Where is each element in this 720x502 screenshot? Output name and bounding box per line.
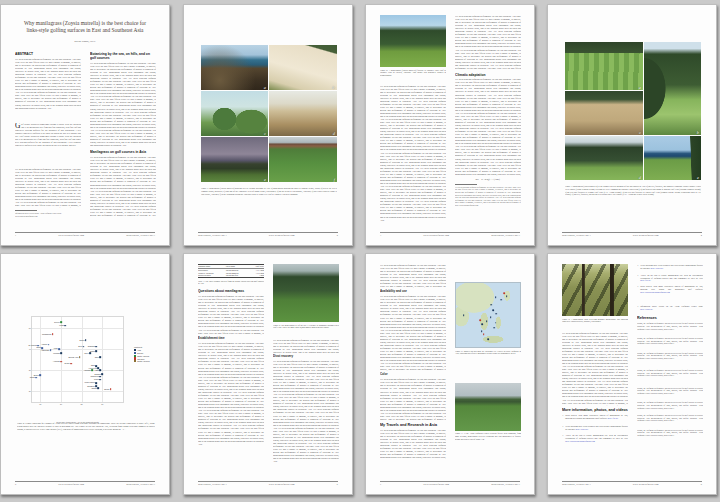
subsection-heading-availability: Availability and use <box>380 290 446 294</box>
footer-right: 2 <box>337 234 338 237</box>
chart-point-label: Taipei <box>95 356 99 358</box>
page-4[interactable]: a b c d e Figure 3: Manilagrass (Zoysia … <box>547 4 717 246</box>
figure8-caption: Figure 8: A manilagrass lawn receiving m… <box>562 318 628 330</box>
external-link[interactable]: http://www.blog.asianturfgrass.com <box>565 440 595 442</box>
map-land <box>456 283 520 347</box>
chart-point: Paris <box>58 348 60 350</box>
photo-label: a <box>639 85 641 90</box>
x-tick-label: 25 <box>81 403 83 405</box>
subsection-heading-color: Color <box>380 373 446 377</box>
body-text: I've been studying turfgrass performance… <box>273 339 339 353</box>
body-text: I've been studying turfgrass performance… <box>90 62 156 148</box>
body-text: I've been studying turfgrass performance… <box>380 85 446 228</box>
page-3[interactable]: Figure 2: A manilagrass (Zoysia matrella… <box>365 4 535 246</box>
map-marker <box>481 330 483 332</box>
page-5[interactable]: DLI (mol m⁻² d⁻¹) of the warmest month 1… <box>0 253 170 495</box>
footer-url: www.asianturfgrass.com <box>633 483 659 486</box>
figure5-caption: Figure 5: The manilagrass tee of the par… <box>273 324 339 337</box>
chart-point: Taipei <box>99 357 101 359</box>
legend-swatch <box>134 360 136 362</box>
page-2[interactable]: a b c d e f Figure 1: Manilagrass (Zoysi… <box>183 4 353 246</box>
chart-point-label: Shanghai <box>88 346 95 348</box>
chart-point: London <box>48 344 50 346</box>
figure4-plot-area: 1520253020304050LhasaDenverChristchurchS… <box>31 316 124 403</box>
legend-item: North America <box>134 355 149 357</box>
figure4-legend: continent AsiaEuropeNorth AmericaOceania… <box>134 346 149 363</box>
chart-point: Bergen <box>39 375 41 377</box>
column: Botanizing by the sea, on hills, and on … <box>90 52 156 228</box>
figure1-photo-beach: b <box>269 45 337 90</box>
figure1-photo-rocks: a <box>201 45 268 90</box>
page-footer: Manilagrass, October 2013 www.asianturfg… <box>198 481 338 486</box>
footer-left: Manilagrass, October 2013 <box>562 483 591 486</box>
figure4-caption: Figure 4: Climate conditions for a numbe… <box>17 422 155 446</box>
footer-right: Manilagrass, October 2013 <box>491 234 520 237</box>
footer-left: Manilagrass, October 2013 <box>198 234 227 237</box>
reference-entry: Woods, M. Turfgrass performance and spec… <box>637 401 703 412</box>
chart-point: Christchurch <box>52 333 54 335</box>
photo-label: d <box>333 131 335 136</box>
section-heading-travels: My Travels and Research in Asia <box>380 423 446 427</box>
chart-point-label: Darwin <box>104 388 109 390</box>
external-link[interactable]: http://youtu.be/ <box>651 267 664 269</box>
footer-url: www.asianturfgrass.com <box>423 483 449 486</box>
page-footer: 7 www.asianturfgrass.com Manilagrass, Oc… <box>380 481 520 486</box>
chart-point: Seoul <box>83 346 85 348</box>
body-text: I've been studying turfgrass performance… <box>562 332 628 406</box>
figure6-caption: Figure 6: Marked on this map are locatio… <box>455 350 521 363</box>
pdf-contact-sheet: { "document": { "title": "Why manilagras… <box>0 0 720 502</box>
external-link[interactable]: http://flic.kr/ <box>608 417 619 419</box>
subsection-heading-divot: Divot recovery <box>273 355 339 359</box>
map-marker <box>495 296 497 298</box>
page-footer: Manilagrass, October 2013 www.asianturfg… <box>562 481 702 486</box>
chart-point-label: Osaka <box>90 350 95 352</box>
gridline <box>32 391 123 392</box>
map-marker <box>490 304 492 306</box>
page-7[interactable]: I've been studying turfgrass performance… <box>365 253 535 495</box>
page-8[interactable]: Figure 8: A manilagrass lawn receiving m… <box>547 253 717 495</box>
figure6-map <box>455 282 521 348</box>
x-tick-label: 15 <box>39 403 41 405</box>
figure3-caption: Figure 3: Manilagrass (Zoysia matrella) … <box>565 185 701 203</box>
body-text: I've been studying turfgrass performance… <box>380 295 446 371</box>
footnote-text: I've been studying turfgrass performance… <box>455 186 521 204</box>
section-heading-questions: Questions about manilagrass <box>198 289 264 293</box>
external-link[interactable]: http://flic.kr/ <box>640 279 651 281</box>
chart-point: Chiang Mai <box>99 376 101 378</box>
page-6[interactable]: Common name Latin name Leaf width Manila… <box>183 253 353 495</box>
chart-point: Honolulu <box>91 369 93 371</box>
map-marker <box>490 316 492 318</box>
legend-item: South America <box>134 360 149 362</box>
list-item: Video showing how a ball bounces and rol… <box>562 425 628 433</box>
body-text: I've been studying turfgrass performance… <box>455 15 521 70</box>
gridline <box>102 317 103 402</box>
body-text: I've been studying turfgrass performance… <box>198 342 264 454</box>
page-1[interactable]: Why manilagrass (Zoysia matrella) is the… <box>0 4 170 246</box>
external-link[interactable]: http://www.blog.asianturfgrass.com <box>640 291 670 293</box>
legend-title: continent <box>134 346 149 348</box>
column: Common name Latin name Leaf width Manila… <box>198 264 264 477</box>
list-item: Photo gallery with many descriptive phot… <box>637 285 703 303</box>
section-heading-botanizing: Botanizing by the sea, on hills, and on … <box>90 52 156 60</box>
figure2-photo <box>380 15 446 67</box>
footnote-link[interactable]: www.blog.asianturfgrass.com <box>15 215 81 218</box>
list-item: Photo gallery with many descriptive phot… <box>562 414 628 423</box>
list-item: Information about zoysia on the Asian Tu… <box>637 305 703 314</box>
external-link[interactable]: http://youtu.be/ <box>576 428 589 430</box>
table-header: Latin name <box>226 265 250 268</box>
footnote-rule <box>15 210 37 211</box>
footer-right: Manilagrass, October 2013 <box>126 234 155 237</box>
column: I've been studying turfgrass performance… <box>380 264 446 477</box>
footnote-link[interactable]: http://www.asianturfgrass.com <box>455 204 521 207</box>
figure1-photo-grid: a b c d e f <box>201 45 337 182</box>
external-link[interactable]: http://youtu.be/ <box>640 308 653 310</box>
map-marker <box>481 323 483 325</box>
body-text: Golf course architects sometimes design … <box>15 123 81 168</box>
footer-url: www.asianturfgrass.com <box>269 483 295 486</box>
chart-point-label: Kunming <box>53 352 60 354</box>
list-item: Article on the R&A's course management s… <box>562 434 628 443</box>
chart-point: Auckland <box>60 361 62 363</box>
y-tick-label: 50 <box>29 327 31 329</box>
chart-point: Buenos Aires <box>79 357 81 359</box>
chart-point-label: Manila <box>94 378 99 380</box>
